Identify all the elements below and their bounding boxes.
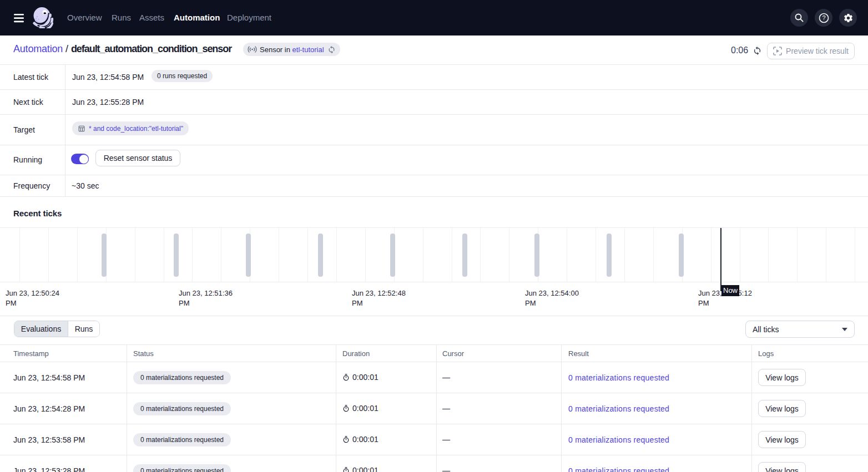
svg-text:?: ?: [822, 14, 825, 21]
